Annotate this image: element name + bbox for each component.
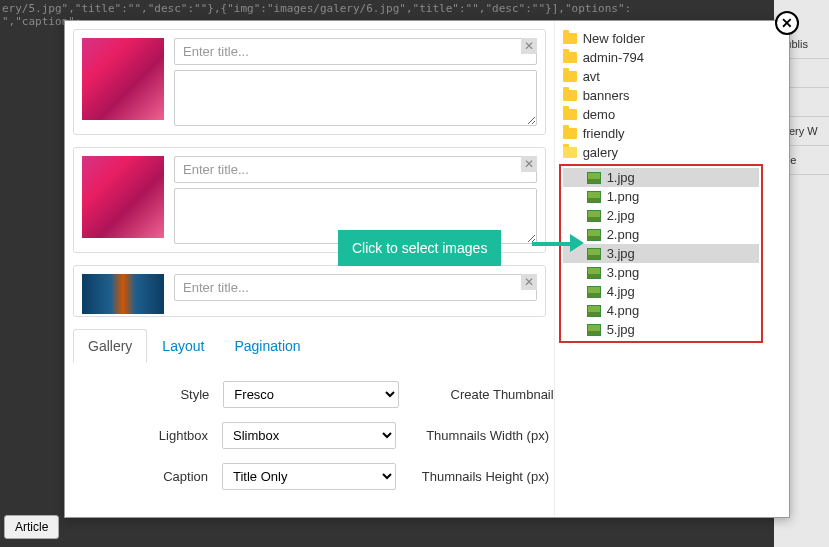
caption-label: Caption xyxy=(83,469,208,484)
file-highlight-box: 1.jpg 1.png 2.jpg 2.png 3.jpg 3.png 4.jp… xyxy=(559,164,763,343)
description-textarea[interactable] xyxy=(174,70,537,126)
tab-gallery[interactable]: Gallery xyxy=(73,329,147,363)
file-item[interactable]: 1.jpg xyxy=(563,168,759,187)
article-button[interactable]: Article xyxy=(4,515,59,539)
file-item[interactable]: 4.png xyxy=(563,301,759,320)
folder-open-icon xyxy=(563,147,577,158)
style-select[interactable]: Fresco xyxy=(223,381,398,408)
file-label: 3.jpg xyxy=(607,246,635,261)
style-label: Style xyxy=(83,387,209,402)
gallery-modal: ✕ ✕ ✕ xyxy=(64,20,790,518)
image-icon xyxy=(587,267,601,279)
folder-item[interactable]: banners xyxy=(559,86,763,105)
file-label: 4.jpg xyxy=(607,284,635,299)
folder-icon xyxy=(563,33,577,44)
file-label: 2.png xyxy=(607,227,640,242)
gallery-item: ✕ xyxy=(73,29,546,135)
folder-label: galery xyxy=(583,145,618,160)
thumb-width-label: Thumnails Width (px) xyxy=(410,428,549,443)
file-label: 2.jpg xyxy=(607,208,635,223)
thumb-height-label: Thumnails Height (px) xyxy=(410,469,549,484)
thumbnail-image xyxy=(82,38,164,120)
file-label: 1.png xyxy=(607,189,640,204)
folder-icon xyxy=(563,109,577,120)
image-icon xyxy=(587,191,601,203)
file-tree: New folder admin-794 avt banners demo fr… xyxy=(554,21,767,517)
folder-item[interactable]: admin-794 xyxy=(559,48,763,67)
tab-layout[interactable]: Layout xyxy=(147,329,219,363)
folder-label: New folder xyxy=(583,31,645,46)
folder-label: admin-794 xyxy=(583,50,644,65)
file-item[interactable]: 3.jpg xyxy=(563,244,759,263)
close-icon[interactable]: ✕ xyxy=(775,11,799,35)
caption-select[interactable]: Title Only xyxy=(222,463,396,490)
thumbnail-image xyxy=(82,156,164,238)
file-label: 1.jpg xyxy=(607,170,635,185)
tab-pagination[interactable]: Pagination xyxy=(219,329,315,363)
title-input[interactable] xyxy=(174,38,537,65)
create-thumb-label: Create Thumbnail xyxy=(413,387,554,402)
title-input[interactable] xyxy=(174,156,537,183)
file-item[interactable]: 2.png xyxy=(563,225,759,244)
tooltip-callout: Click to select images xyxy=(338,230,501,266)
image-icon xyxy=(587,286,601,298)
outer-scrollbar[interactable] xyxy=(767,21,789,517)
folder-label: demo xyxy=(583,107,616,122)
remove-item-icon[interactable]: ✕ xyxy=(521,38,537,54)
file-item[interactable]: 1.png xyxy=(563,187,759,206)
folder-icon xyxy=(563,71,577,82)
title-input[interactable] xyxy=(174,274,537,301)
folder-item[interactable]: avt xyxy=(559,67,763,86)
gallery-item: ✕ xyxy=(73,265,546,317)
folder-label: friendly xyxy=(583,126,625,141)
folder-label: avt xyxy=(583,69,600,84)
image-icon xyxy=(587,210,601,222)
remove-item-icon[interactable]: ✕ xyxy=(521,274,537,290)
folder-item[interactable]: demo xyxy=(559,105,763,124)
arrow-icon xyxy=(532,234,584,252)
image-icon xyxy=(587,324,601,336)
folder-item[interactable]: friendly xyxy=(559,124,763,143)
tabs: Gallery Layout Pagination xyxy=(73,329,546,363)
lightbox-select[interactable]: Slimbox xyxy=(222,422,396,449)
file-label: 5.jpg xyxy=(607,322,635,337)
file-item[interactable]: 3.png xyxy=(563,263,759,282)
image-icon xyxy=(587,248,601,260)
image-icon xyxy=(587,172,601,184)
image-icon xyxy=(587,305,601,317)
file-item[interactable]: 4.jpg xyxy=(563,282,759,301)
file-label: 4.png xyxy=(607,303,640,318)
folder-icon xyxy=(563,90,577,101)
folder-item[interactable]: New folder xyxy=(559,29,763,48)
image-icon xyxy=(587,229,601,241)
file-label: 3.png xyxy=(607,265,640,280)
file-item[interactable]: 2.jpg xyxy=(563,206,759,225)
file-item[interactable]: 5.jpg xyxy=(563,320,759,339)
folder-label: banners xyxy=(583,88,630,103)
remove-item-icon[interactable]: ✕ xyxy=(521,156,537,172)
lightbox-label: Lightbox xyxy=(83,428,208,443)
folder-icon xyxy=(563,128,577,139)
bg-bottom-toolbar: Article xyxy=(0,515,59,539)
folder-item[interactable]: galery xyxy=(559,143,763,162)
left-panel: ✕ ✕ ✕ Gallery Layout Paginat xyxy=(65,21,554,517)
folder-icon xyxy=(563,52,577,63)
settings-panel: Style Fresco Create Thumbnail Yes Lightb… xyxy=(73,363,554,514)
thumbnail-image xyxy=(82,274,164,314)
